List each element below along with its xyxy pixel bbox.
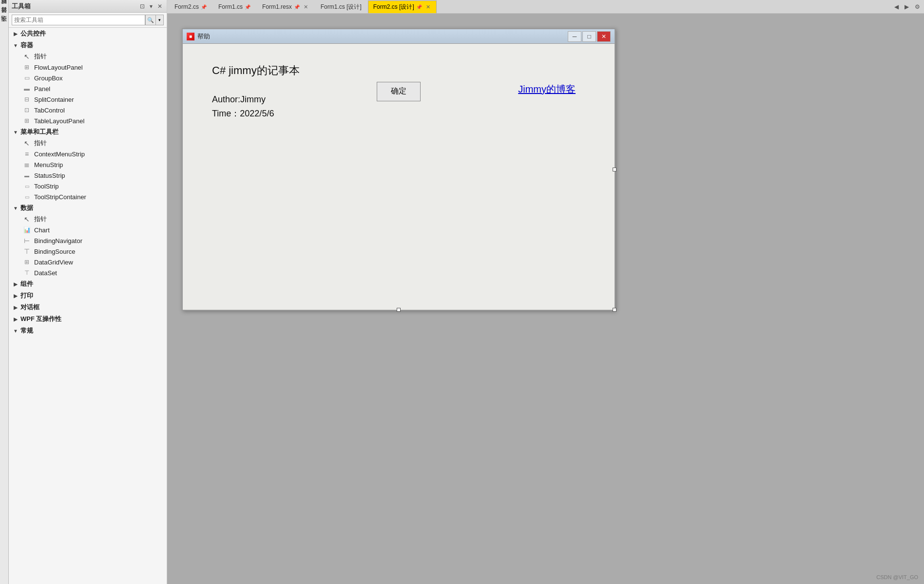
toolbox-item-pointer1[interactable]: 指针: [9, 51, 167, 62]
category-dialogs-header[interactable]: ▶ 对话框: [9, 301, 167, 313]
category-general: ▼ 常规: [9, 325, 167, 337]
toolbox-item-tablelayout[interactable]: TableLayoutPanel: [9, 115, 167, 126]
designed-form: ■ 帮助 ─ □ ✕ C# jimmy的记事本 Author:Jimmy Tim…: [182, 28, 616, 311]
toolbox-item-bindingsrc[interactable]: BindingSource: [9, 246, 167, 257]
toolbox-item-menustrip-label: MenuStrip: [34, 161, 63, 169]
toolbox-item-statusstrip[interactable]: StatusStrip: [9, 170, 167, 181]
designed-form-minimize-button[interactable]: ─: [568, 31, 581, 42]
toolbox-item-toolstripcontainer[interactable]: ToolStripContainer: [9, 191, 167, 202]
cursor-icon-3: [22, 215, 31, 224]
resize-handle-bottom-right[interactable]: [613, 308, 616, 312]
toolbox-item-tabcontrol-label: TabControl: [34, 107, 65, 114]
designed-form-maximize-button[interactable]: □: [582, 31, 596, 42]
tab-form1design-label: Form1.cs [设计]: [321, 3, 362, 11]
toolbox-dropdown-icon[interactable]: ▾: [148, 2, 154, 10]
category-print-header[interactable]: ▶ 打印: [9, 290, 167, 301]
search-button[interactable]: 🔍: [145, 15, 156, 25]
category-data-label: 数据: [20, 204, 33, 212]
category-wpf-header[interactable]: ▶ WPF 互操作性: [9, 313, 167, 325]
category-data: ▼ 数据 指针 Chart BindingNavigator BindingSo…: [9, 202, 167, 278]
toolbox-item-panel[interactable]: Panel: [9, 83, 167, 94]
toolbox-search-bar: 🔍 ▾: [9, 13, 167, 28]
designed-form-body: C# jimmy的记事本 Author:Jimmy Time：2022/5/6 …: [183, 44, 615, 140]
expand-icon-containers: ▼: [12, 41, 19, 49]
toolbox-item-menustrip[interactable]: MenuStrip: [9, 159, 167, 170]
toolbox-item-pointer1-label: 指针: [34, 52, 47, 61]
toolbox-item-pointer2-label: 指针: [34, 139, 47, 148]
category-components-label: 组件: [20, 280, 33, 288]
category-general-header[interactable]: ▼ 常规: [9, 325, 167, 337]
tab-dropdown-icon[interactable]: ⚙: [913, 2, 922, 11]
category-wpf-label: WPF 互操作性: [20, 315, 62, 323]
designed-form-app-icon: ■: [187, 33, 194, 40]
toolbox-scroll-area[interactable]: ▶ 公共控件 ▼ 容器 指针 FlowLayoutPanel GroupBox: [9, 28, 167, 584]
toolbox-item-dataset[interactable]: DataSet: [9, 267, 167, 278]
toolstrip-icon: [22, 182, 31, 190]
design-canvas[interactable]: ■ 帮助 ─ □ ✕ C# jimmy的记事本 Author:Jimmy Tim…: [167, 14, 924, 584]
category-public-controls-label: 公共控件: [20, 29, 46, 38]
toolbox-item-bindingsrc-label: BindingSource: [34, 248, 76, 255]
designed-form-ok-button[interactable]: 确定: [377, 82, 421, 101]
search-input[interactable]: [12, 15, 145, 25]
category-menus-header[interactable]: ▼ 菜单和工具栏: [9, 126, 167, 138]
main-area: Form2.cs 📌 Form1.cs 📌 Form1.resx 📌 ✕ For…: [167, 0, 924, 584]
designed-form-titlebar: ■ 帮助 ─ □ ✕: [183, 29, 615, 44]
category-print: ▶ 打印: [9, 290, 167, 301]
category-wpf: ▶ WPF 互操作性: [9, 313, 167, 325]
designed-form-title: 帮助: [197, 32, 568, 41]
tab-form1design[interactable]: Form1.cs [设计]: [315, 0, 367, 13]
toolbox-item-groupbox[interactable]: GroupBox: [9, 73, 167, 83]
toolbox-close-icon[interactable]: ✕: [156, 2, 164, 10]
cursor-icon-2: [22, 139, 31, 148]
toolbox-item-dataset-label: DataSet: [34, 269, 57, 277]
toolbox-item-pointer2[interactable]: 指针: [9, 138, 167, 149]
toolbox-item-datagrid[interactable]: DataGridView: [9, 257, 167, 267]
tab-bar: Form2.cs 📌 Form1.cs 📌 Form1.resx 📌 ✕ For…: [167, 0, 924, 14]
vertical-tab-3[interactable]: 选项: [0, 22, 9, 30]
bindingsrc-icon: [22, 247, 31, 256]
flowlayout-icon: [22, 63, 31, 72]
toolbox-item-chart[interactable]: Chart: [9, 225, 167, 235]
form-blog-link[interactable]: Jimmy的博客: [518, 83, 576, 96]
toolbox-title: 工具箱: [12, 2, 31, 11]
designed-form-close-button[interactable]: ✕: [597, 31, 611, 42]
category-public-controls-header[interactable]: ▶ 公共控件: [9, 28, 167, 39]
category-components: ▶ 组件: [9, 278, 167, 290]
category-containers-label: 容器: [20, 41, 33, 50]
category-components-header[interactable]: ▶ 组件: [9, 278, 167, 290]
tab-form1cs-label: Form1.cs: [218, 3, 243, 10]
vertical-tab-2[interactable]: 计算器: [0, 14, 9, 21]
toolbox-header-icons: ⊡ ▾ ✕: [138, 2, 164, 10]
expand-icon-public: ▶: [12, 30, 19, 38]
toolbox-item-pointer3[interactable]: 指针: [9, 214, 167, 225]
expand-icon-dialogs: ▶: [12, 303, 19, 311]
tab-form2design[interactable]: Form2.cs [设计] 📌 ✕: [368, 0, 437, 13]
toolbox-item-flowlayout-label: FlowLayoutPanel: [34, 64, 83, 71]
tab-scroll-left-icon[interactable]: ◀: [892, 2, 901, 11]
vertical-tab-1[interactable]: 对话框: [0, 5, 9, 13]
toolbox-item-splitcontainer[interactable]: SplitContainer: [9, 94, 167, 105]
resize-handle-bottom-center[interactable]: [397, 308, 401, 312]
toolbox-item-tablelayout-label: TableLayoutPanel: [34, 117, 84, 125]
tab-scroll-right-icon[interactable]: ▶: [903, 2, 911, 11]
tab-form1cs[interactable]: Form1.cs 📌: [213, 0, 256, 13]
category-data-header[interactable]: ▼ 数据: [9, 202, 167, 214]
split-icon: [22, 95, 31, 104]
toolbox-pin-icon[interactable]: ⊡: [138, 2, 146, 10]
cursor-icon-1: [22, 52, 31, 61]
search-dropdown-button[interactable]: ▾: [156, 15, 164, 25]
tab-form1resx-close-icon[interactable]: ✕: [303, 4, 309, 10]
category-containers-header[interactable]: ▼ 容器: [9, 39, 167, 51]
tab-form2design-close-icon[interactable]: ✕: [425, 4, 431, 10]
toolbox-item-bindingnav[interactable]: BindingNavigator: [9, 235, 167, 246]
tab-form1resx[interactable]: Form1.resx 📌 ✕: [257, 0, 314, 13]
chart-icon: [22, 226, 31, 234]
toolbox-item-tabcontrol[interactable]: TabControl: [9, 105, 167, 115]
toolbox-item-contextmenu[interactable]: ContextMenuStrip: [9, 149, 167, 159]
tab-form2cs[interactable]: Form2.cs 📌: [169, 0, 212, 13]
toolbox-item-flowlayout[interactable]: FlowLayoutPanel: [9, 62, 167, 73]
category-menus: ▼ 菜单和工具栏 指针 ContextMenuStrip MenuStrip S…: [9, 126, 167, 202]
resize-handle-right-center[interactable]: [613, 168, 616, 171]
toolbox-item-toolstrip[interactable]: ToolStrip: [9, 181, 167, 191]
menustrip-icon: [22, 160, 31, 169]
